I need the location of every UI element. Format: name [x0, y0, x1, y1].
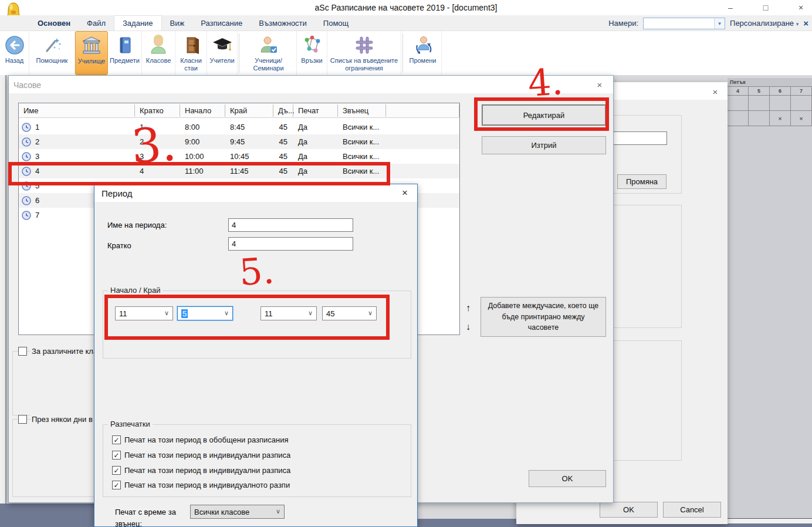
checkbox-unchecked[interactable] — [18, 415, 27, 424]
grid-cell[interactable] — [749, 111, 770, 126]
wizard-button[interactable]: Помощник — [29, 31, 75, 75]
dialog-title: Период — [102, 188, 133, 198]
bell-time-label-2: звънец: — [115, 519, 142, 527]
chevron-down-icon[interactable]: ▾ — [714, 18, 725, 29]
close-icon[interactable]: × — [593, 79, 606, 90]
changes-button[interactable]: Промени — [404, 31, 442, 75]
school-button[interactable]: Училище — [75, 31, 108, 75]
checkbox-checked[interactable]: ✓ — [112, 451, 121, 460]
menu-tab-zadanie[interactable]: Задание — [114, 15, 162, 31]
grid-col-header: 5 — [749, 87, 770, 95]
col-header-end[interactable]: Край — [225, 104, 273, 117]
teachers-icon — [212, 33, 233, 57]
menu-tab-vazmozhnosti[interactable]: Възможности — [251, 15, 315, 31]
grid-cell[interactable] — [728, 111, 749, 126]
bell-classes-select[interactable]: Всички класове∨ — [190, 505, 285, 519]
links-icon — [302, 33, 323, 57]
menu-bar: Основен Файл Задание Виж Разписание Възм… — [0, 15, 812, 31]
close-icon[interactable]: × — [791, 0, 811, 15]
col-header-start[interactable]: Начало — [180, 104, 225, 117]
grid-cell[interactable] — [770, 96, 791, 110]
change-button[interactable]: Промяна — [617, 174, 666, 189]
screen: aSc Разписание на часовете 2019 - [docum… — [0, 0, 812, 527]
close-icon[interactable]: × — [398, 187, 411, 199]
menu-tab-pomosht[interactable]: Помощ — [315, 15, 357, 31]
printout-checkbox[interactable]: ✓ Печат на този период в индивидуални ра… — [112, 451, 290, 460]
dialog-title: Часове — [13, 80, 41, 90]
grid-cell[interactable]: × — [770, 111, 791, 126]
find-input[interactable]: ▾ — [643, 18, 725, 29]
table-row[interactable]: 2 2 9:00 9:45 45 Да Всички к... — [19, 134, 459, 149]
col-header-print[interactable]: Печат — [293, 104, 338, 117]
classes-button[interactable]: Класове — [142, 31, 175, 75]
wand-icon — [42, 33, 63, 57]
grid-day-header: Петък — [728, 78, 812, 87]
start-end-legend: Начало / Край — [108, 286, 163, 295]
back-button[interactable]: Назад — [0, 31, 29, 75]
minimize-icon[interactable]: – — [720, 0, 740, 15]
checkbox-checked[interactable]: ✓ — [112, 466, 121, 475]
printouts-legend: Разпечатки — [108, 420, 153, 428]
grid-cell[interactable]: × — [791, 111, 812, 126]
personalize-close-icon[interactable]: × — [803, 18, 808, 28]
different-classes-checkbox[interactable]: За различните кла — [18, 347, 99, 356]
ok-button[interactable]: OK — [600, 502, 658, 518]
col-header-name[interactable]: Име — [19, 104, 135, 117]
ok-button[interactable]: OK — [529, 470, 606, 487]
annotation-number-5: 5. — [238, 252, 275, 291]
period-short-input[interactable] — [228, 237, 353, 251]
chevron-down-icon: ∨ — [276, 508, 280, 515]
menu-tab-razpisanie[interactable]: Разписание — [192, 15, 251, 31]
period-short-label: Кратко — [107, 241, 131, 250]
clock-icon — [22, 211, 31, 220]
annotation-rect-row4 — [8, 162, 390, 185]
maximize-icon[interactable]: □ — [756, 0, 776, 15]
clock-icon — [22, 152, 31, 161]
grid-col-header: 4 — [728, 87, 749, 95]
menu-tab-fail[interactable]: Файл — [79, 15, 114, 31]
classrooms-icon — [181, 33, 202, 57]
printout-checkbox[interactable]: ✓ Печат на този период в индивидуални ра… — [112, 466, 290, 475]
subjects-icon — [114, 33, 136, 57]
changes-icon — [412, 33, 434, 57]
find-label: Намери: — [608, 19, 638, 28]
constraints-button[interactable]: Списък на въведените ограничения — [327, 31, 401, 75]
students-button[interactable]: Ученици/Семинари — [241, 31, 297, 75]
links-button[interactable]: Връзки — [297, 31, 327, 75]
classrooms-button[interactable]: Класни стаи — [175, 31, 207, 75]
main-left-edge — [0, 75, 6, 527]
move-down-icon[interactable]: ↓ — [466, 322, 471, 332]
period-name-input[interactable] — [228, 218, 353, 232]
close-icon[interactable]: × — [709, 86, 722, 97]
personalize-menu[interactable]: Персонализиране ▾ — [730, 19, 799, 28]
printout-checkbox[interactable]: ✓ Печат на този период в обобщени разпис… — [112, 435, 289, 444]
table-row[interactable]: 1 1 8:00 8:45 45 Да Всички к... — [19, 120, 459, 134]
checkbox-checked[interactable]: ✓ — [112, 435, 121, 444]
timetable-grid-background: Петък 4 5 6 7 × × — [728, 78, 812, 518]
table-header-row: Име Кратко Начало Край Дъ... Печат Звъне… — [19, 103, 459, 118]
window-title: aSc Разписание на часовете 2019 - [docum… — [0, 3, 812, 12]
menu-tab-vizh[interactable]: Виж — [162, 15, 193, 31]
col-header-duration[interactable]: Дъ... — [273, 104, 293, 117]
printout-checkbox[interactable]: ✓ Печат на този период в индивидуалното … — [112, 481, 290, 489]
checkbox-checked[interactable]: ✓ — [112, 481, 121, 489]
annotation-number-4: 4. — [527, 63, 564, 102]
grid-cell[interactable] — [791, 96, 812, 110]
clock-icon — [22, 123, 31, 132]
col-header-bell[interactable]: Звънец — [338, 104, 386, 117]
chevron-down-icon: ▾ — [796, 21, 799, 27]
grid-cell[interactable] — [749, 96, 770, 110]
add-break-button[interactable]: Добавете междучасие, което ще бъде принт… — [481, 297, 606, 337]
grid-cell[interactable] — [728, 96, 749, 110]
subjects-button[interactable]: Предмети — [108, 31, 142, 75]
some-days-checkbox[interactable]: През някои дни в т — [18, 415, 99, 424]
teachers-button[interactable]: Учители — [207, 31, 238, 75]
ribbon-toolbar: Назад Помощник Училище Предмети Класове — [0, 31, 812, 75]
cancel-button[interactable]: Cancel — [663, 502, 721, 518]
col-header-short[interactable]: Кратко — [135, 104, 180, 117]
menu-tab-osnoven[interactable]: Основен — [29, 15, 79, 31]
move-up-icon[interactable]: ↑ — [466, 303, 471, 313]
horizontal-scrollbar[interactable] — [728, 518, 812, 523]
delete-button[interactable]: Изтрий — [482, 136, 606, 154]
checkbox-unchecked[interactable] — [18, 347, 27, 356]
